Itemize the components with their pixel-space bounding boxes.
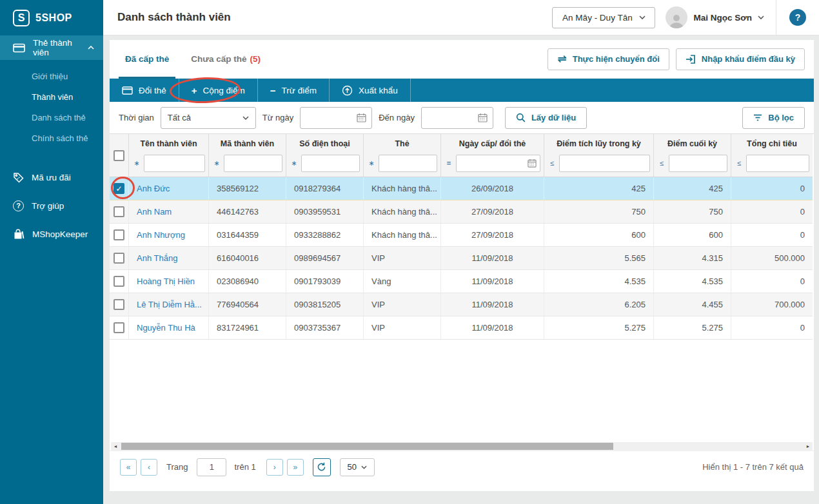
sidebar-item-card-list[interactable]: Danh sách thẻ	[0, 108, 103, 128]
member-name-link[interactable]: Anh Thắng	[129, 247, 209, 269]
first-page-button[interactable]: «	[120, 459, 137, 476]
accum-filter-input[interactable]	[559, 155, 650, 172]
import-opening-points-button[interactable]: Nhập khẩu điểm đầu kỳ	[676, 48, 805, 70]
header-divider	[776, 0, 776, 35]
column-header-code[interactable]: Mã thành viên	[209, 134, 286, 153]
get-data-label: Lấy dữ liệu	[531, 113, 576, 122]
get-data-button[interactable]: Lấy dữ liệu	[505, 107, 587, 129]
card-filter-input[interactable]	[379, 155, 437, 172]
member-name-link[interactable]: Anh Nhượng	[129, 224, 209, 246]
equals-operator-icon[interactable]: =	[444, 159, 453, 167]
sidebar-item-intro[interactable]: Giới thiệu	[0, 66, 103, 87]
filter-bar: Thời gian Tất cả Từ ngày Đến ngày Lấy dữ…	[110, 102, 814, 134]
prev-page-button[interactable]: ‹	[141, 459, 157, 476]
member-card: Khách hàng thâ...	[364, 200, 441, 223]
member-card: Khách hàng thâ...	[364, 224, 441, 246]
to-date-input[interactable]	[421, 107, 493, 129]
date-filter-input[interactable]	[456, 155, 540, 172]
refresh-icon	[317, 462, 326, 472]
page-label: Trang	[166, 462, 188, 472]
from-date-input[interactable]	[300, 107, 372, 129]
member-name-link[interactable]: Hoàng Thị Hiền	[129, 270, 209, 293]
add-points-button[interactable]: + Cộng điểm	[179, 79, 257, 102]
select-all-checkbox[interactable]	[113, 150, 124, 161]
user-menu[interactable]: Mai Ngọc Sơn	[666, 6, 764, 28]
table-row[interactable]: ✓ Anh Đức 358569122 0918279364 Khách hàn…	[110, 177, 813, 200]
table-row[interactable]: Hoàng Thị Hiền 023086940 0901793039 Vàng…	[110, 270, 813, 293]
horizontal-scrollbar[interactable]: ◄ ►	[111, 442, 813, 451]
row-checkbox[interactable]	[113, 253, 124, 264]
scrollbar-thumb[interactable]	[121, 443, 613, 450]
spend-filter-input[interactable]	[746, 155, 809, 172]
chevron-down-icon	[639, 15, 646, 19]
main-panel: Đã cấp thẻ Chưa cấp thẻ (5) ⇌ Thực hiện …	[110, 40, 814, 491]
row-checkbox[interactable]	[113, 299, 124, 310]
tab-issued-cards[interactable]: Đã cấp thẻ	[119, 40, 175, 79]
export-circle-icon	[342, 85, 353, 96]
code-filter-input[interactable]	[224, 155, 282, 172]
table-row[interactable]: Anh Thắng 616040016 0989694567 VIP 11/09…	[110, 247, 813, 270]
member-name-link[interactable]: Anh Nam	[129, 200, 209, 223]
page-number-input[interactable]	[197, 458, 226, 476]
filter-button[interactable]: Bộ lọc	[742, 107, 805, 129]
scrollbar-track[interactable]	[120, 442, 804, 451]
table-row[interactable]: Anh Nhượng 031644359 0933288862 Khách hà…	[110, 224, 813, 247]
row-checkbox[interactable]	[113, 206, 124, 217]
contains-operator-icon[interactable]: ∗	[290, 159, 299, 168]
change-card-button[interactable]: Đổi thẻ	[110, 79, 179, 102]
phone-filter-input[interactable]	[301, 155, 360, 172]
scroll-right-arrow[interactable]: ►	[804, 442, 813, 451]
calendar-icon	[478, 113, 488, 122]
column-header-accum-points[interactable]: Điểm tích lũy trong kỳ	[544, 134, 653, 153]
contains-operator-icon[interactable]: ∗	[367, 159, 376, 168]
name-filter-input[interactable]	[144, 155, 205, 172]
end-filter-input[interactable]	[669, 155, 727, 172]
sidebar-item-member-cards[interactable]: Thẻ thành viên	[0, 35, 103, 60]
refresh-button[interactable]	[313, 458, 331, 476]
accum-points: 5.275	[544, 316, 654, 339]
member-name-link[interactable]: Anh Đức	[129, 177, 209, 200]
sidebar-item-help[interactable]: ? Trợ giúp	[0, 191, 103, 220]
member-name-link[interactable]: Lê Thị Diễm Hằ...	[129, 293, 209, 316]
table-row[interactable]: Lê Thị Diễm Hằ... 776940564 0903815205 V…	[110, 293, 813, 316]
next-page-button[interactable]: ›	[266, 459, 283, 476]
column-header-total-spend[interactable]: Tổng chi tiêu	[731, 134, 813, 153]
last-page-button[interactable]: »	[287, 459, 304, 476]
table-header-row: Tên thành viên ∗ Mã thành viên ∗ Số điện…	[110, 134, 813, 177]
row-checkbox[interactable]: ✓	[113, 183, 124, 194]
grid-toolbar: Đổi thẻ + Cộng điểm − Trừ điểm Xuất khẩu	[110, 79, 814, 102]
row-checkbox[interactable]	[113, 276, 124, 287]
member-card: Vàng	[364, 270, 441, 293]
row-checkbox[interactable]	[113, 229, 124, 240]
tab-not-issued-cards[interactable]: Chưa cấp thẻ (5)	[184, 40, 267, 79]
sidebar-item-mshopkeeper[interactable]: MShopKeeper	[0, 220, 103, 248]
branch-selector[interactable]: An Mây - Duy Tân	[552, 7, 655, 28]
table-row[interactable]: Anh Nam 446142763 0903959531 Khách hàng …	[110, 200, 813, 224]
row-checkbox[interactable]	[113, 322, 124, 333]
contains-operator-icon[interactable]: ∗	[132, 159, 141, 168]
lte-operator-icon[interactable]: ≤	[548, 159, 557, 167]
export-button[interactable]: Xuất khẩu	[330, 79, 410, 102]
column-header-phone[interactable]: Số điện thoại	[286, 134, 363, 153]
page-size-select[interactable]: 50	[340, 458, 375, 476]
logo[interactable]: S 5SHOP	[0, 0, 103, 35]
column-header-card[interactable]: Thẻ	[364, 134, 440, 153]
add-points-label: Cộng điểm	[203, 86, 245, 95]
convert-button[interactable]: ⇌ Thực hiện chuyển đổi	[548, 48, 669, 70]
column-header-name[interactable]: Tên thành viên	[129, 134, 208, 153]
table-row[interactable]: Nguyễn Thu Hà 831724961 0903735367 VIP 1…	[110, 316, 813, 340]
lte-operator-icon[interactable]: ≤	[657, 159, 666, 167]
sidebar-item-promo-codes[interactable]: Mã ưu đãi	[0, 163, 103, 191]
lte-operator-icon[interactable]: ≤	[735, 159, 744, 167]
help-button[interactable]: ?	[789, 9, 806, 26]
import-icon	[686, 54, 696, 64]
scroll-left-arrow[interactable]: ◄	[111, 442, 120, 451]
column-header-end-points[interactable]: Điểm cuối kỳ	[654, 134, 731, 153]
subtract-points-button[interactable]: − Trừ điểm	[258, 79, 329, 102]
contains-operator-icon[interactable]: ∗	[212, 159, 221, 168]
time-range-select[interactable]: Tất cả	[161, 107, 256, 129]
sidebar-item-members[interactable]: Thành viên	[0, 87, 103, 108]
member-name-link[interactable]: Nguyễn Thu Hà	[129, 316, 209, 339]
column-header-issue-date[interactable]: Ngày cấp/ đổi thẻ	[441, 134, 544, 153]
sidebar-item-card-policy[interactable]: Chính sách thẻ	[0, 128, 103, 149]
